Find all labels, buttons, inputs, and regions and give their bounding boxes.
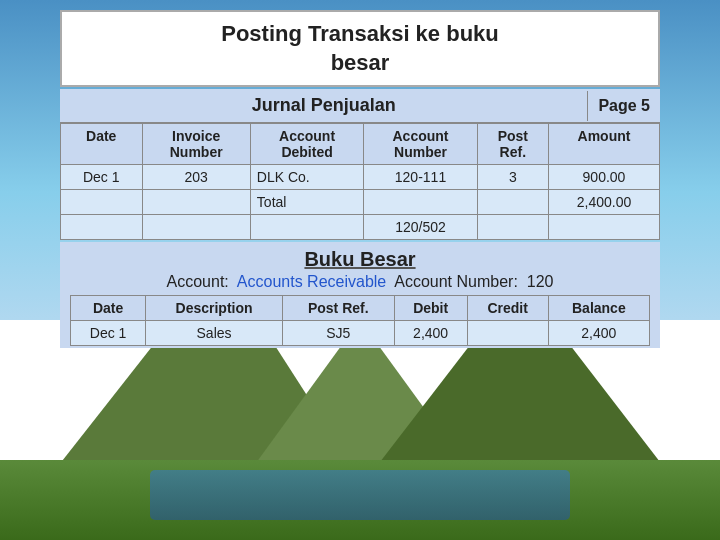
row3-account-number: 120/502	[364, 215, 477, 240]
bb-row1-date: Dec 1	[71, 321, 146, 346]
row3-post-ref	[477, 215, 548, 240]
row2-account-debited: Total	[250, 190, 363, 215]
bb-row1-description: Sales	[146, 321, 283, 346]
bb-col-description: Description	[146, 296, 283, 321]
row2-amount: 2,400.00	[548, 190, 659, 215]
account-line: Account: Accounts Receivable Account Num…	[70, 273, 650, 291]
row1-date: Dec 1	[61, 165, 143, 190]
bb-col-debit: Debit	[394, 296, 467, 321]
row3-amount	[548, 215, 659, 240]
journal-section: Jurnal Penjualan Page 5 Date InvoiceNumb…	[60, 89, 660, 240]
account-label: Account:	[167, 273, 229, 290]
row2-post-ref	[477, 190, 548, 215]
account-number: 120	[527, 273, 554, 290]
title-line2: besar	[331, 50, 390, 75]
buku-besar-title: Buku Besar	[70, 248, 650, 271]
table-row: Dec 1 203 DLK Co. 120-111 3 900.00	[61, 165, 660, 190]
buku-besar-section: Buku Besar Account: Accounts Receivable …	[60, 242, 660, 348]
bb-row: Dec 1 Sales SJ5 2,400 2,400	[71, 321, 650, 346]
main-content: Posting Transaksi ke buku besar Jurnal P…	[60, 10, 660, 350]
col-account-debited: AccountDebited	[250, 124, 363, 165]
row3-account-debited	[250, 215, 363, 240]
bb-row1-debit: 2,400	[394, 321, 467, 346]
row2-invoice	[142, 190, 250, 215]
journal-header-row: Jurnal Penjualan Page 5	[60, 89, 660, 123]
row2-account-number	[364, 190, 477, 215]
table-row: Total 2,400.00	[61, 190, 660, 215]
bb-col-credit: Credit	[467, 296, 548, 321]
bb-row1-post-ref: SJ5	[282, 321, 394, 346]
col-invoice: InvoiceNumber	[142, 124, 250, 165]
col-amount: Amount	[548, 124, 659, 165]
row1-invoice: 203	[142, 165, 250, 190]
title-box: Posting Transaksi ke buku besar	[60, 10, 660, 87]
row1-account-number: 120-111	[364, 165, 477, 190]
account-number-label: Account Number:	[394, 273, 518, 290]
col-date: Date	[61, 124, 143, 165]
title-line1: Posting Transaksi ke buku	[221, 21, 499, 46]
bb-row1-credit	[467, 321, 548, 346]
bb-col-balance: Balance	[548, 296, 649, 321]
bb-header: Date Description Post Ref. Debit Credit …	[71, 296, 650, 321]
buku-besar-table: Date Description Post Ref. Debit Credit …	[70, 295, 650, 346]
account-name: Accounts Receivable	[237, 273, 386, 290]
journal-table: Date InvoiceNumber AccountDebited Accoun…	[60, 123, 660, 240]
row2-date	[61, 190, 143, 215]
col-account-number: AccountNumber	[364, 124, 477, 165]
journal-header: Date InvoiceNumber AccountDebited Accoun…	[61, 124, 660, 165]
row1-post-ref: 3	[477, 165, 548, 190]
row3-invoice	[142, 215, 250, 240]
col-post-ref: PostRef.	[477, 124, 548, 165]
journal-title: Jurnal Penjualan	[60, 89, 587, 122]
water	[150, 470, 570, 520]
row1-amount: 900.00	[548, 165, 659, 190]
bb-row1-balance: 2,400	[548, 321, 649, 346]
row3-date	[61, 215, 143, 240]
table-row: 120/502	[61, 215, 660, 240]
bb-col-date: Date	[71, 296, 146, 321]
page-badge: Page 5	[587, 91, 660, 121]
bb-col-post-ref: Post Ref.	[282, 296, 394, 321]
row1-account-debited: DLK Co.	[250, 165, 363, 190]
